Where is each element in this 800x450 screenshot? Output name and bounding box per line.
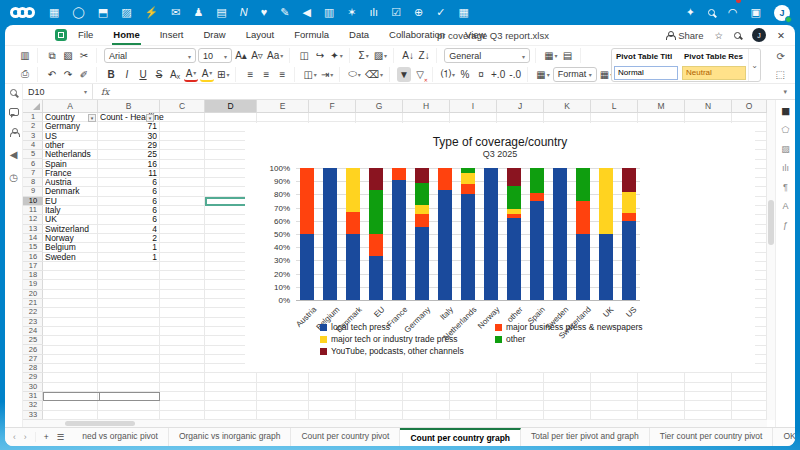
nextcloud-logo[interactable] xyxy=(10,7,35,18)
character-deck-icon[interactable]: A xyxy=(782,201,788,211)
add-decimal-button[interactable]: +.0 xyxy=(490,67,506,82)
conditional-format-menu[interactable]: ▦ xyxy=(543,48,558,63)
undo-button[interactable]: ↶ xyxy=(45,67,59,82)
italic-button[interactable]: I xyxy=(120,67,134,82)
clone-formatting-button[interactable]: ✐ xyxy=(77,67,91,82)
font-name-select[interactable]: Arial xyxy=(104,48,196,63)
user-avatar[interactable]: J xyxy=(774,5,790,21)
col-header-G[interactable]: G xyxy=(356,100,403,113)
cell-B7[interactable]: 11 xyxy=(100,169,157,178)
sheet-tab-ned-vs-organic-pivot[interactable]: ned vs organic pivot xyxy=(72,428,169,446)
approvals-icon[interactable]: ✓ xyxy=(436,0,445,25)
cell-A7[interactable]: France xyxy=(45,169,105,178)
clear-formatting-menu[interactable]: ⌫ xyxy=(364,67,384,82)
photos-icon[interactable]: ▨ xyxy=(121,0,131,25)
align-right-button[interactable]: ≡ xyxy=(275,67,289,82)
font-size-decrease-button[interactable]: A▿ xyxy=(250,48,264,63)
insert-shape-menu[interactable]: ⬭ xyxy=(347,67,362,82)
user-list-icon[interactable] xyxy=(9,128,18,137)
cell-A15[interactable]: Belgium xyxy=(45,243,105,252)
col-header-N[interactable]: N xyxy=(685,100,732,113)
sheet-tab-tier-count-per-country-pivot[interactable]: Tier count per country pivot xyxy=(650,428,774,446)
format-as-table-button[interactable]: ▤ xyxy=(561,48,575,63)
tables-icon[interactable]: ▦ xyxy=(458,0,468,25)
menu-data[interactable]: Data xyxy=(348,26,370,45)
announce-icon[interactable]: ◀ xyxy=(10,149,18,160)
wrap-text-button[interactable]: ↪ xyxy=(313,48,327,63)
col-header-H[interactable]: H xyxy=(403,100,450,113)
cell-A5[interactable]: Netherlands xyxy=(45,150,105,159)
autosum-menu[interactable]: Σ xyxy=(357,48,371,63)
col-header-K[interactable]: K xyxy=(544,100,591,113)
cell-B9[interactable]: 6 xyxy=(100,187,157,196)
format-menu[interactable]: Format xyxy=(553,67,597,82)
autofilter-button[interactable]: ▼ xyxy=(397,67,411,82)
select-mode-button[interactable]: ⬚ xyxy=(776,69,785,80)
number-style-menu[interactable]: ⑴ xyxy=(440,67,456,82)
cell-A16[interactable]: Sweden xyxy=(45,253,105,262)
highlight-color-menu[interactable]: A xyxy=(200,67,214,82)
autofilter-A1-icon[interactable]: ▾ xyxy=(88,114,96,122)
namebox-caret-icon[interactable]: ▾ xyxy=(84,88,87,95)
autofilter-B1-icon[interactable]: ▾ xyxy=(146,114,154,122)
indent-menu[interactable]: ⇥ xyxy=(320,67,334,82)
cell-B6[interactable]: 16 xyxy=(100,160,157,169)
menu-formula[interactable]: Formula xyxy=(293,26,330,45)
add-sheet-icon[interactable]: + xyxy=(44,432,49,442)
menu-layout[interactable]: Layout xyxy=(245,26,276,45)
insert-image-menu[interactable]: ▨ xyxy=(373,48,388,63)
assistant-icon[interactable]: ✦ xyxy=(686,0,695,25)
cell-B14[interactable]: 2 xyxy=(100,234,157,243)
col-header-B[interactable]: B xyxy=(98,100,160,113)
announcements-icon[interactable]: ◀ xyxy=(302,0,310,25)
col-header-M[interactable]: M xyxy=(638,100,685,113)
gallery-deck-icon[interactable]: ▨ xyxy=(781,144,790,154)
contacts-menu-icon[interactable]: ▣ xyxy=(751,0,761,25)
sheet-tab-organic-vs-inorganic-graph[interactable]: Organic vs inorganic graph xyxy=(169,428,292,446)
col-header-E[interactable]: E xyxy=(257,100,309,113)
cell-B8[interactable]: 6 xyxy=(100,178,157,187)
strikethrough-button[interactable]: S xyxy=(152,67,166,82)
menu-insert[interactable]: Insert xyxy=(159,26,185,45)
edit-icon[interactable]: ✎ xyxy=(280,0,289,25)
properties-deck-icon[interactable]: ▦ xyxy=(781,106,790,116)
ai-assistant-menu[interactable]: ✦ xyxy=(329,48,343,63)
subscript-menu[interactable]: Aₓ xyxy=(168,67,182,82)
paragraph-deck-icon[interactable]: ¶ xyxy=(783,182,788,192)
cell-B12[interactable]: 6 xyxy=(100,215,157,224)
chart-object[interactable]: Type of coverage/countryQ3 2025AustriaBe… xyxy=(245,123,755,372)
cell-A4[interactable]: other xyxy=(45,141,105,150)
cell-name-box[interactable]: D10 ▾ xyxy=(23,84,93,99)
font-color-menu[interactable]: A xyxy=(184,67,198,82)
search-icon[interactable] xyxy=(10,89,17,96)
cell-B10[interactable]: 6 xyxy=(100,197,157,206)
prev-sheet-icon[interactable]: ‹ xyxy=(13,432,16,442)
deck-icon[interactable]: ▥ xyxy=(324,0,334,25)
cell-B11[interactable]: 6 xyxy=(100,206,157,215)
sort-descending-button[interactable]: Z↓ xyxy=(417,48,431,63)
close-document-icon[interactable]: ✕ xyxy=(777,30,785,41)
sparkle-icon[interactable]: ✶ xyxy=(347,0,356,25)
currency-format-button[interactable]: ¤ xyxy=(474,67,488,82)
save-button[interactable]: ▥ xyxy=(18,48,32,63)
cell-A9[interactable]: Denmark xyxy=(45,187,105,196)
text-case-menu[interactable]: Aa xyxy=(266,48,284,63)
sheet-tab-okrs-q1[interactable]: OKRS Q1 xyxy=(773,428,795,446)
history-icon[interactable]: ◷ xyxy=(9,172,18,183)
menu-file[interactable]: File xyxy=(77,26,94,45)
style-normal[interactable]: Normal xyxy=(614,66,678,80)
align-center-button[interactable]: ≡ xyxy=(259,67,273,82)
document-search-icon[interactable] xyxy=(734,32,741,39)
vertical-scroll-thumb[interactable] xyxy=(768,200,774,245)
vertical-scrollbar[interactable] xyxy=(767,100,775,420)
mail-icon[interactable]: ✉ xyxy=(171,0,180,25)
percent-format-button[interactable]: % xyxy=(458,67,472,82)
maps-icon[interactable]: ⊕ xyxy=(414,0,423,25)
redo-button[interactable]: ↷ xyxy=(61,67,75,82)
functions-deck-icon[interactable]: ƒ xyxy=(783,220,788,230)
calendar-icon[interactable]: ▤ xyxy=(216,0,226,25)
cell-A2[interactable]: Germany xyxy=(45,122,105,131)
print-button[interactable]: ⎙ xyxy=(18,67,32,82)
col-header-F[interactable]: F xyxy=(309,100,356,113)
menu-draw[interactable]: Draw xyxy=(202,26,226,45)
